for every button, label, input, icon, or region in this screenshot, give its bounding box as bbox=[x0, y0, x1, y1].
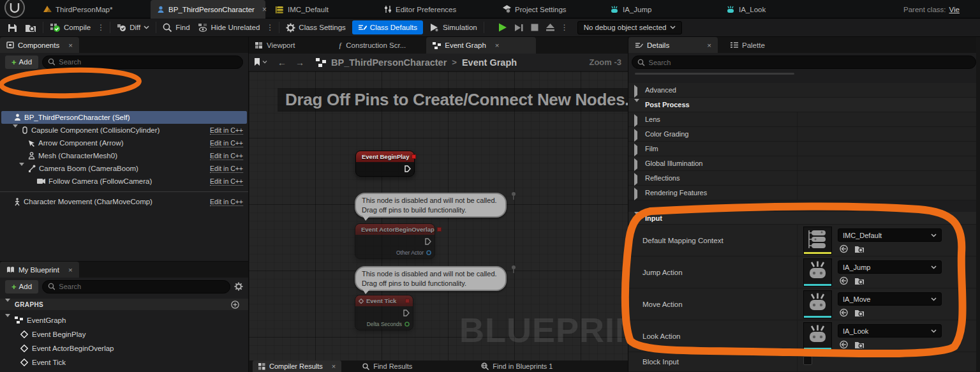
tab-project-settings[interactable]: Project Settings bbox=[496, 0, 573, 19]
close-icon[interactable]: × bbox=[707, 41, 711, 49]
components-search[interactable] bbox=[42, 56, 243, 69]
section-rendering-features[interactable]: Rendering Features bbox=[628, 186, 980, 200]
close-icon[interactable]: × bbox=[68, 41, 73, 49]
play-options-kebab[interactable]: ⋮ bbox=[558, 23, 571, 32]
nav-forward-button[interactable]: → bbox=[295, 57, 304, 68]
compile-options-kebab[interactable]: ⋮ bbox=[94, 23, 107, 32]
move-action-dropdown[interactable]: IA_Move bbox=[838, 292, 942, 306]
breadcrumb-event-graph[interactable]: Event Graph bbox=[462, 57, 517, 68]
stop-button[interactable] bbox=[527, 19, 542, 37]
nav-back-button[interactable]: ← bbox=[278, 57, 286, 68]
tab-palette[interactable]: Palette bbox=[724, 37, 771, 53]
pin-note-icon[interactable] bbox=[510, 265, 517, 274]
exec-output-pin[interactable] bbox=[405, 165, 411, 172]
block-input-checkbox[interactable] bbox=[803, 356, 812, 365]
component-row-self[interactable]: BP_ThirdPersonCharacter (Self) bbox=[1, 111, 247, 124]
tab-construction-script[interactable]: ƒ Construction Scr... bbox=[332, 37, 413, 54]
save-button[interactable] bbox=[4, 19, 21, 37]
tab-viewport[interactable]: Viewport bbox=[249, 37, 302, 54]
edit-in-cpp-link[interactable]: Edit in C++ bbox=[210, 198, 243, 206]
tab-ia-jump[interactable]: IA_Jump bbox=[604, 0, 658, 19]
filter-settings-gear-icon[interactable] bbox=[234, 282, 243, 291]
details-search-input[interactable] bbox=[649, 59, 970, 66]
details-search[interactable] bbox=[632, 56, 976, 69]
compile-button[interactable]: Compile bbox=[46, 19, 94, 37]
class-settings-button[interactable]: Class Settings bbox=[282, 19, 350, 37]
find-button[interactable]: Find bbox=[159, 19, 193, 37]
section-lens[interactable]: Lens bbox=[628, 112, 980, 127]
graph-row-eventgraph[interactable]: EventGraph bbox=[0, 314, 248, 326]
my-blueprint-search[interactable] bbox=[42, 280, 230, 294]
components-search-input[interactable] bbox=[59, 58, 237, 66]
component-row-cameraboom[interactable]: Camera Boom (CameraBoom) Edit in C++ bbox=[0, 162, 248, 175]
tab-my-blueprint[interactable]: My Blueprint × bbox=[0, 262, 79, 278]
browse-to-asset-icon[interactable] bbox=[854, 309, 865, 317]
event-graph-canvas[interactable]: Drag Off Pins to Create/Connect New Node… bbox=[249, 71, 628, 361]
section-global-illumination[interactable]: Global Illumination bbox=[628, 156, 980, 171]
tab-editor-preferences[interactable]: Editor Preferences bbox=[378, 0, 463, 19]
my-blueprint-search-input[interactable] bbox=[59, 283, 225, 290]
event-row-tick[interactable]: Event Tick bbox=[0, 356, 248, 368]
delta-seconds-pin[interactable]: Delta Seconds bbox=[367, 321, 410, 327]
tab-bp-thirdpersoncharacter[interactable]: BP_ThirdPersonCharacter × bbox=[151, 0, 265, 19]
tab-imc-default[interactable]: IMC_Default bbox=[269, 0, 335, 19]
input-action-thumbnail[interactable] bbox=[803, 290, 832, 318]
component-row-arrow[interactable]: Arrow Component (Arrow) Edit in C++ bbox=[0, 137, 248, 149]
use-selected-asset-icon[interactable] bbox=[839, 244, 849, 253]
tab-find-results[interactable]: Find Results bbox=[357, 361, 418, 372]
breadcrumb-blueprint[interactable]: BP_ThirdPersonCharacter bbox=[331, 57, 447, 68]
pin-note-icon[interactable] bbox=[510, 191, 517, 200]
input-action-thumbnail[interactable] bbox=[803, 258, 832, 286]
use-selected-asset-icon[interactable] bbox=[839, 276, 849, 285]
section-post-process[interactable]: Post Process bbox=[628, 98, 980, 112]
simulation-button[interactable]: Simulation bbox=[426, 19, 481, 37]
edit-in-cpp-link[interactable]: Edit in C++ bbox=[210, 139, 243, 147]
edit-in-cpp-link[interactable]: Edit in C++ bbox=[210, 152, 243, 160]
use-selected-asset-icon[interactable] bbox=[839, 340, 849, 349]
component-row-followcamera[interactable]: Follow Camera (FollowCamera) Edit in C++ bbox=[0, 175, 248, 188]
browse-asset-button[interactable] bbox=[21, 19, 40, 37]
parent-class-link[interactable]: Vie bbox=[949, 6, 959, 13]
node-event-actorbeginoverlap[interactable]: Event ActorBeginOverlap Other Actor bbox=[355, 223, 435, 259]
section-input[interactable]: Input bbox=[628, 212, 980, 225]
vertical-scrollbar[interactable] bbox=[976, 37, 980, 372]
diff-button[interactable]: Diff bbox=[113, 19, 153, 37]
section-reflections[interactable]: Reflections bbox=[628, 171, 980, 186]
browse-to-asset-icon[interactable] bbox=[854, 245, 865, 253]
component-row-mesh[interactable]: Mesh (CharacterMesh0) Edit in C++ bbox=[0, 149, 248, 162]
tab-event-graph[interactable]: Event Graph × bbox=[426, 37, 536, 54]
browse-to-asset-icon[interactable] bbox=[854, 341, 865, 349]
section-film[interactable]: Film bbox=[628, 142, 980, 156]
frame-skip-button[interactable] bbox=[511, 19, 527, 37]
use-selected-asset-icon[interactable] bbox=[839, 308, 849, 317]
edit-in-cpp-link[interactable]: Edit in C++ bbox=[210, 177, 243, 186]
look-action-dropdown[interactable]: IA_Look bbox=[838, 324, 942, 338]
tab-components[interactable]: Components × bbox=[0, 37, 79, 53]
tab-ia-look[interactable]: IA_Look bbox=[720, 0, 772, 19]
node-event-tick[interactable]: Event Tick Delta Seconds bbox=[355, 295, 413, 331]
add-graph-icon[interactable] bbox=[231, 301, 239, 309]
eject-button[interactable] bbox=[542, 19, 558, 37]
horizontal-scrollbar[interactable] bbox=[635, 73, 794, 75]
browse-to-asset-icon[interactable] bbox=[854, 277, 865, 285]
component-row-capsule[interactable]: Capsule Component (CollisionCylinder) Ed… bbox=[0, 124, 248, 137]
section-color-grading[interactable]: Color Grading bbox=[628, 127, 980, 142]
graphs-section-header[interactable]: GRAPHS bbox=[0, 299, 248, 310]
close-icon[interactable]: × bbox=[332, 362, 336, 370]
tab-thirdpersonmap[interactable]: ThirdPersonMap* bbox=[37, 0, 119, 19]
other-actor-pin[interactable]: Other Actor bbox=[396, 249, 431, 256]
debug-object-dropdown[interactable]: No debug object selected bbox=[577, 21, 683, 34]
mapping-context-dropdown[interactable]: IMC_Default bbox=[838, 228, 942, 242]
class-defaults-button[interactable]: Class Defaults bbox=[352, 20, 423, 34]
section-advanced[interactable]: Advanced bbox=[628, 83, 980, 98]
event-row-actorbeginoverlap[interactable]: Event ActorBeginOverlap bbox=[0, 342, 248, 354]
close-icon[interactable]: × bbox=[495, 41, 500, 49]
event-row-beginplay[interactable]: Event BeginPlay bbox=[0, 328, 248, 340]
tab-details[interactable]: Details × bbox=[628, 37, 718, 53]
edit-in-cpp-link[interactable]: Edit in C++ bbox=[210, 126, 243, 135]
node-event-beginplay[interactable]: Event BeginPlay bbox=[355, 151, 415, 177]
close-icon[interactable]: × bbox=[68, 266, 73, 274]
play-button[interactable] bbox=[494, 19, 511, 37]
add-blueprint-item-button[interactable]: +Add bbox=[5, 280, 38, 294]
hide-unrelated-kebab[interactable]: ⋮ bbox=[264, 23, 276, 32]
